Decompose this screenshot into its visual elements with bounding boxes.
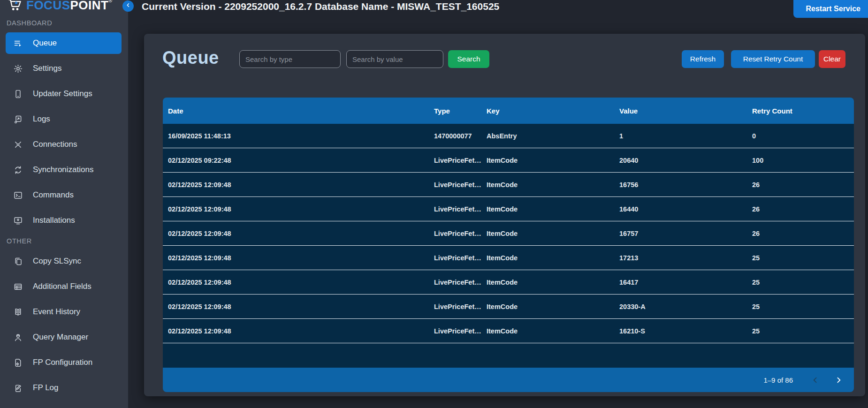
cell-type: LivePriceFet… bbox=[429, 181, 481, 189]
cell-type: LivePriceFet… bbox=[429, 157, 481, 164]
cell-value: 16756 bbox=[614, 181, 747, 189]
sidebar-item-query-manager[interactable]: Query Manager bbox=[6, 326, 122, 348]
cell-key: ItemCode bbox=[481, 205, 614, 213]
fp-configuration-icon bbox=[13, 357, 23, 368]
cell-value: 20330-A bbox=[614, 303, 747, 310]
fp-log-icon bbox=[13, 383, 23, 393]
sidebar-item-updater-settings[interactable]: Updater Settings bbox=[6, 83, 122, 105]
cell-retry-count: 100 bbox=[747, 157, 854, 164]
cell-key: ItemCode bbox=[481, 157, 614, 164]
brand-logo[interactable]: FOCUSPOINT® bbox=[0, 0, 128, 13]
sidebar-item-commands[interactable]: Commands bbox=[6, 184, 122, 206]
cell-date: 02/12/2025 12:09:48 bbox=[163, 303, 429, 310]
cell-retry-count: 25 bbox=[747, 254, 854, 262]
reset-retry-count-button[interactable]: Reset Retry Count bbox=[731, 50, 815, 68]
search-by-value-input[interactable] bbox=[346, 50, 443, 68]
queue-card: Queue Search Refresh Reset Retry Count C… bbox=[144, 34, 865, 396]
sidebar-item-label: Query Manager bbox=[33, 332, 88, 342]
sidebar-item-label: Settings bbox=[33, 64, 61, 73]
queue-table: DateTypeKeyValueRetry Count 16/09/2025 1… bbox=[163, 98, 854, 392]
registered-mark: ® bbox=[108, 0, 112, 3]
search-by-type-input[interactable] bbox=[239, 50, 341, 68]
app-window: FOCUSPOINT® DASHBOARDQueueSettingsUpdate… bbox=[0, 0, 868, 408]
table-row[interactable]: 02/12/2025 12:09:48LivePriceFet…ItemCode… bbox=[163, 246, 854, 270]
cell-key: AbsEntry bbox=[481, 132, 614, 140]
table-row[interactable]: 02/12/2025 12:09:48LivePriceFet…ItemCode… bbox=[163, 319, 854, 343]
cell-date: 02/12/2025 12:09:48 bbox=[163, 254, 429, 262]
table-empty-area bbox=[163, 343, 854, 368]
pagination-previous-button[interactable] bbox=[808, 373, 822, 387]
cell-value: 20640 bbox=[614, 157, 747, 164]
table-row[interactable]: 02/12/2025 12:09:48LivePriceFet…ItemCode… bbox=[163, 270, 854, 295]
cell-retry-count: 26 bbox=[747, 181, 854, 189]
sidebar-item-queue[interactable]: Queue bbox=[6, 32, 122, 54]
table-header-row: DateTypeKeyValueRetry Count bbox=[163, 98, 854, 124]
brand-name-focus: FOCUS bbox=[26, 0, 70, 12]
brand-name: FOCUSPOINT® bbox=[26, 0, 112, 13]
cell-value: 16417 bbox=[614, 279, 747, 286]
pagination-next-button[interactable] bbox=[831, 373, 845, 387]
sidebar-item-fp-log[interactable]: FP Log bbox=[6, 377, 122, 399]
cell-retry-count: 25 bbox=[747, 327, 854, 335]
cell-key: ItemCode bbox=[481, 254, 614, 262]
cell-value: 16440 bbox=[614, 205, 747, 213]
cell-key: ItemCode bbox=[481, 230, 614, 237]
cell-date: 02/12/2025 12:09:48 bbox=[163, 230, 429, 237]
restart-service-button[interactable]: Restart Service bbox=[793, 0, 868, 18]
sidebar-item-label: Queue bbox=[33, 38, 57, 48]
cell-value: 16757 bbox=[614, 230, 747, 237]
cell-type: LivePriceFet… bbox=[429, 279, 481, 286]
query-manager-icon bbox=[13, 332, 23, 342]
sidebar-item-synchronizations[interactable]: Synchronizations bbox=[6, 159, 122, 181]
sidebar-item-fp-configuration[interactable]: FP Configuration bbox=[6, 352, 122, 373]
search-button[interactable]: Search bbox=[448, 50, 489, 68]
sidebar-collapse-button[interactable] bbox=[122, 0, 134, 12]
cell-type: LivePriceFet… bbox=[429, 205, 481, 213]
cell-key: ItemCode bbox=[481, 181, 614, 189]
sidebar-item-label: Connections bbox=[33, 140, 77, 149]
sidebar-section-label-other: OTHER bbox=[0, 237, 128, 247]
logs-icon bbox=[13, 114, 23, 124]
queue-title: Queue bbox=[162, 48, 219, 68]
cell-date: 02/12/2025 12:09:48 bbox=[163, 181, 429, 189]
clear-button[interactable]: Clear bbox=[819, 50, 845, 68]
table-row[interactable]: 02/12/2025 12:09:48LivePriceFet…ItemCode… bbox=[163, 221, 854, 246]
cell-retry-count: 26 bbox=[747, 205, 854, 213]
installations-icon bbox=[13, 215, 23, 226]
sidebar-item-event-history[interactable]: Event History bbox=[6, 301, 122, 323]
column-header-retry-count: Retry Count bbox=[747, 107, 854, 115]
column-header-date: Date bbox=[163, 107, 429, 115]
cell-date: 02/12/2025 12:09:48 bbox=[163, 279, 429, 286]
cell-retry-count: 25 bbox=[747, 279, 854, 286]
sidebar-item-additional-fields[interactable]: Additional Fields bbox=[6, 276, 122, 297]
sidebar-item-installations[interactable]: Installations bbox=[6, 210, 122, 231]
refresh-button[interactable]: Refresh bbox=[682, 50, 724, 68]
cell-retry-count: 0 bbox=[747, 132, 854, 140]
sidebar-item-connections[interactable]: Connections bbox=[6, 134, 122, 155]
table-row[interactable]: 02/12/2025 12:09:48LivePriceFet…ItemCode… bbox=[163, 295, 854, 319]
sidebar-item-label: Commands bbox=[33, 190, 74, 200]
sidebar-item-settings[interactable]: Settings bbox=[6, 58, 122, 79]
sidebar: FOCUSPOINT® DASHBOARDQueueSettingsUpdate… bbox=[0, 0, 128, 408]
table-row[interactable]: 02/12/2025 12:09:48LivePriceFet…ItemCode… bbox=[163, 173, 854, 197]
sidebar-nav: DASHBOARDQueueSettingsUpdater SettingsLo… bbox=[0, 19, 128, 399]
cell-date: 02/12/2025 12:09:48 bbox=[163, 205, 429, 213]
cell-retry-count: 26 bbox=[747, 230, 854, 237]
additional-fields-icon bbox=[13, 281, 23, 292]
sidebar-item-copy-slsync[interactable]: Copy SLSync bbox=[6, 250, 122, 272]
cell-retry-count: 25 bbox=[747, 303, 854, 310]
sidebar-item-logs[interactable]: Logs bbox=[6, 108, 122, 130]
cell-value: 1 bbox=[614, 132, 747, 140]
column-header-type: Type bbox=[429, 107, 481, 115]
cell-key: ItemCode bbox=[481, 327, 614, 335]
table-row[interactable]: 16/09/2025 11:48:131470000077AbsEntry10 bbox=[163, 124, 854, 148]
sidebar-item-label: Event History bbox=[33, 307, 80, 317]
event-history-icon bbox=[13, 307, 23, 317]
page-header-title: Current Version - 2209252000_16.2.7 Data… bbox=[142, 1, 499, 12]
table-row[interactable]: 02/12/2025 09:22:48LivePriceFet…ItemCode… bbox=[163, 148, 854, 173]
sidebar-item-label: Synchronizations bbox=[33, 165, 93, 174]
commands-icon bbox=[13, 190, 23, 200]
table-row[interactable]: 02/12/2025 12:09:48LivePriceFet…ItemCode… bbox=[163, 197, 854, 221]
sidebar-item-label: Additional Fields bbox=[33, 282, 91, 291]
cell-key: ItemCode bbox=[481, 279, 614, 286]
